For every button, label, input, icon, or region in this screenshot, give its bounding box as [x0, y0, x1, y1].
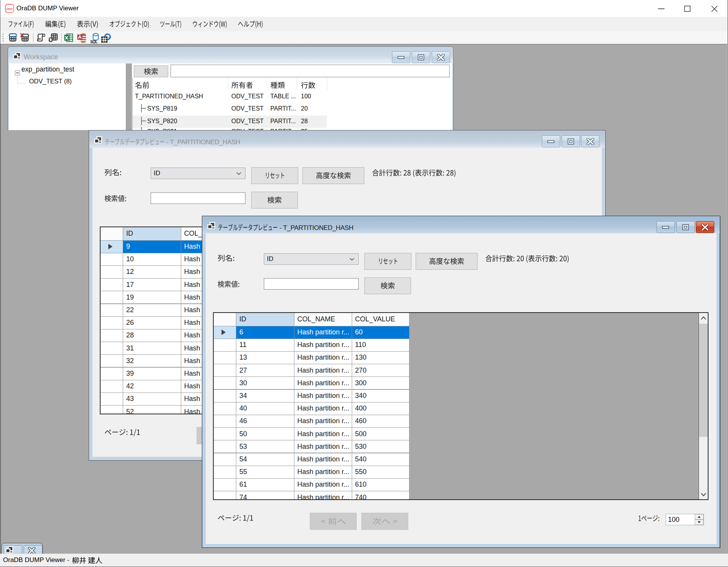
svg-text:ODV: ODV [6, 7, 13, 11]
svg-text:SQL: SQL [90, 40, 98, 44]
